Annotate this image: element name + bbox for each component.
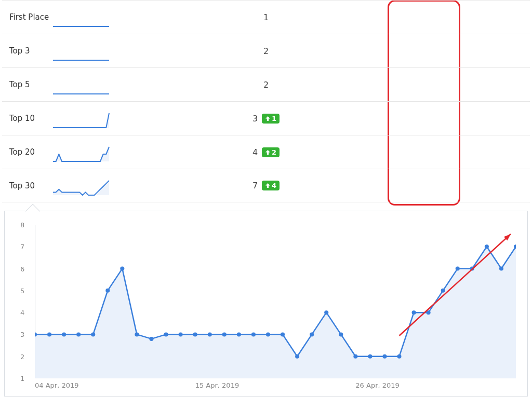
svg-point-35 xyxy=(514,244,516,249)
ranking-trend-chart: 12345678 04 Apr, 201915 Apr, 201926 Apr,… xyxy=(35,225,516,378)
ranking-row: Top 20 42 xyxy=(2,135,530,169)
svg-point-18 xyxy=(266,332,270,336)
svg-point-10 xyxy=(149,337,153,341)
ranking-value: 3 xyxy=(252,114,258,124)
delta-badge: 2 xyxy=(262,147,280,157)
x-tick: 26 Apr, 2019 xyxy=(355,381,400,389)
svg-point-19 xyxy=(281,332,285,336)
ranking-row: Top 30 74 xyxy=(2,169,530,202)
svg-point-24 xyxy=(353,354,357,359)
y-tick: 6 xyxy=(20,265,24,272)
svg-point-28 xyxy=(412,310,416,315)
svg-point-34 xyxy=(499,267,503,271)
x-axis: 04 Apr, 201915 Apr, 201926 Apr, 2019 xyxy=(35,381,516,391)
svg-point-22 xyxy=(324,310,328,315)
delta-value: 4 xyxy=(272,182,276,189)
ranking-value: 2 xyxy=(263,80,269,90)
svg-point-7 xyxy=(105,289,110,293)
svg-point-30 xyxy=(441,289,445,293)
delta-badge: 1 xyxy=(262,114,280,124)
ranking-value-cell: 74 xyxy=(2,181,530,190)
svg-point-8 xyxy=(120,267,124,271)
delta-value: 2 xyxy=(272,148,276,156)
y-tick: 5 xyxy=(20,286,24,294)
card-notch xyxy=(25,204,40,218)
svg-point-33 xyxy=(485,244,489,249)
y-tick: 7 xyxy=(20,243,24,251)
ranking-row: Top 10 31 xyxy=(2,101,530,135)
chart-card: 12345678 04 Apr, 201915 Apr, 201926 Apr,… xyxy=(4,211,528,397)
ranking-value-cell: 2 xyxy=(2,80,530,90)
svg-point-25 xyxy=(368,354,372,359)
ranking-value: 2 xyxy=(263,46,269,56)
svg-point-5 xyxy=(76,332,81,336)
chart-svg xyxy=(35,225,516,378)
svg-point-6 xyxy=(91,332,95,336)
ranking-row: First Place 1 xyxy=(2,0,530,34)
y-tick: 8 xyxy=(20,221,24,229)
ranking-value: 7 xyxy=(252,181,258,190)
ranking-row: Top 5 2 xyxy=(2,67,530,101)
ranking-value-cell: 1 xyxy=(2,12,530,22)
ranking-value-cell: 2 xyxy=(2,46,530,56)
ranking-value-cell: 42 xyxy=(2,147,530,157)
svg-point-13 xyxy=(193,332,197,336)
arrow-up-icon xyxy=(265,149,271,155)
y-tick: 1 xyxy=(20,375,24,382)
svg-point-3 xyxy=(47,332,51,336)
x-tick: 04 Apr, 2019 xyxy=(35,381,79,389)
svg-point-11 xyxy=(164,332,168,336)
y-tick: 4 xyxy=(20,309,24,317)
svg-point-20 xyxy=(295,354,299,359)
ranking-value-cell: 31 xyxy=(2,114,530,124)
svg-point-21 xyxy=(310,332,314,336)
y-tick: 2 xyxy=(20,352,24,360)
svg-point-4 xyxy=(62,332,66,336)
y-tick: 3 xyxy=(20,331,24,338)
svg-point-31 xyxy=(456,267,460,271)
ranking-value: 4 xyxy=(252,147,258,157)
svg-point-12 xyxy=(179,332,183,336)
delta-value: 1 xyxy=(272,115,276,122)
ranking-rows: First Place 1Top 3 2Top 5 2Top 10 31Top … xyxy=(0,0,532,202)
svg-point-15 xyxy=(222,332,227,336)
arrow-up-icon xyxy=(265,183,271,188)
x-tick: 15 Apr, 2019 xyxy=(195,381,240,389)
svg-point-17 xyxy=(251,332,256,336)
svg-point-14 xyxy=(208,332,212,336)
svg-point-27 xyxy=(397,354,401,359)
svg-point-26 xyxy=(382,354,387,359)
svg-point-23 xyxy=(339,332,343,336)
svg-point-16 xyxy=(237,332,241,336)
ranking-row: Top 3 2 xyxy=(2,34,530,67)
ranking-value: 1 xyxy=(263,12,269,22)
delta-badge: 4 xyxy=(262,181,280,190)
svg-point-9 xyxy=(135,332,139,336)
arrow-up-icon xyxy=(265,116,271,121)
